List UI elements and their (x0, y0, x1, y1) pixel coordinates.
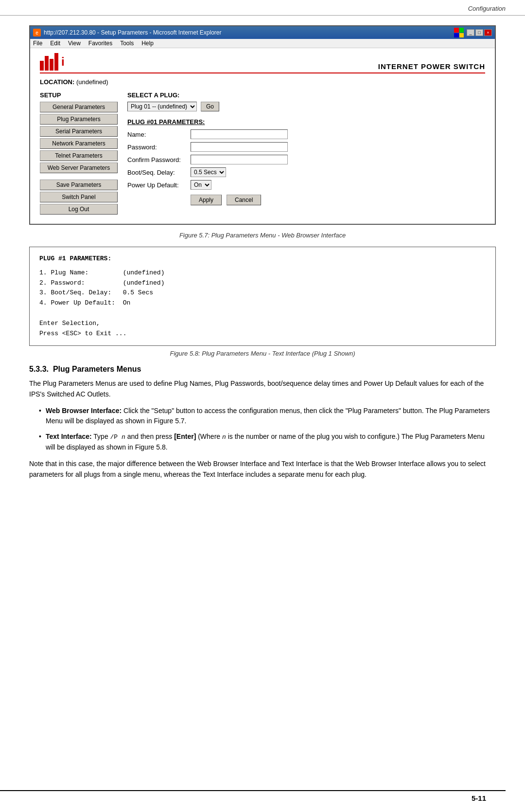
logo-area: i INTERNET POWER SWITCH (40, 53, 485, 73)
sidebar: SETUP General Parameters Plug Parameters… (40, 91, 118, 216)
browser-title: http://207.212.30.80 - Setup Parameters … (44, 29, 222, 36)
bullet-text-text: Type /P n and then press [Enter] (Where … (46, 433, 485, 451)
param-label-boot-delay: Boot/Seq. Delay: (127, 169, 191, 176)
logo-bar-4 (54, 53, 58, 71)
boot-delay-select[interactable]: 0.5 Secs 1 Sec 2 Secs (191, 167, 226, 177)
param-row-password: Password: (127, 142, 485, 152)
minimize-button[interactable]: _ (467, 29, 474, 36)
section-heading: 5.3.3. Plug Parameters Menus (29, 365, 496, 374)
name-input[interactable] (191, 129, 288, 139)
terminal-line-4: 4. Power Up Default: On (39, 298, 486, 308)
bullet-list: Web Browser Interface: Click the "Setup"… (29, 406, 496, 453)
param-row-power-up: Power Up Default: On Off (127, 180, 485, 190)
sidebar-btn-plug[interactable]: Plug Parameters (40, 114, 118, 125)
menu-help[interactable]: Help (141, 40, 154, 47)
sidebar-btn-serial[interactable]: Serial Parameters (40, 126, 118, 137)
setup-label: SETUP (40, 91, 118, 99)
confirm-password-input[interactable] (191, 155, 288, 164)
product-name: INTERNET POWER SWITCH (378, 62, 485, 71)
bullet-item-text: Text Interface: Type /P n and then press… (39, 432, 496, 453)
close-button[interactable]: × (484, 29, 492, 36)
bullet-web-bold: Web Browser Interface: (46, 407, 122, 415)
browser-icon: e (33, 29, 41, 36)
browser-titlebar: e http://207.212.30.80 - Setup Parameter… (30, 26, 495, 39)
sidebar-btn-network[interactable]: Network Parameters (40, 138, 118, 149)
figure1-caption: Figure 5.7: Plug Parameters Menu - Web B… (29, 232, 496, 239)
windows-logo (454, 28, 464, 37)
param-label-password: Password: (127, 144, 191, 151)
location-label: LOCATION: (40, 78, 74, 86)
logo-box: i (40, 53, 64, 71)
browser-controls[interactable]: _ □ × (467, 29, 492, 36)
page-header: Configuration (0, 0, 525, 16)
param-label-power-up: Power Up Default: (127, 181, 191, 189)
location-value: (undefined) (76, 78, 108, 86)
browser-menubar: File Edit View Favorites Tools Help (30, 39, 495, 48)
terminal-lines: 1. Plug Name: (undefined) 2. Password: (… (39, 268, 486, 339)
sidebar-btn-logout[interactable]: Log Out (40, 204, 118, 215)
sidebar-btn-telnet[interactable]: Telnet Parameters (40, 150, 118, 161)
logo-bar-1 (40, 61, 44, 71)
page-number: 5-11 (472, 794, 506, 802)
menu-favorites[interactable]: Favorites (88, 40, 112, 47)
param-row-boot-delay: Boot/Seq. Delay: 0.5 Secs 1 Sec 2 Secs (127, 167, 485, 177)
menu-view[interactable]: View (68, 40, 81, 47)
password-input[interactable] (191, 142, 288, 152)
maximize-button[interactable]: □ (475, 29, 483, 36)
terminal-box: PLUG #1 PARAMETERS: 1. Plug Name: (undef… (29, 247, 496, 346)
param-row-name: Name: (127, 129, 485, 139)
param-label-confirm-password: Confirm Password: (127, 156, 191, 163)
bullet-text-bold: Text Interface: (46, 433, 92, 440)
logo-bar-2 (45, 56, 49, 71)
go-button[interactable]: Go (201, 102, 219, 111)
browser-window: e http://207.212.30.80 - Setup Parameter… (29, 25, 496, 225)
param-label-name: Name: (127, 131, 191, 138)
section-intro: The Plug Parameters Menus are used to de… (29, 379, 496, 399)
terminal-line-5: Enter Selection, (39, 319, 486, 329)
sidebar-btn-general[interactable]: General Parameters (40, 102, 118, 112)
plug-params-label: PLUG #01 PARAMETERS: (127, 118, 485, 126)
sidebar-btn-webserver[interactable]: Web Server Parameters (40, 162, 118, 173)
menu-tools[interactable]: Tools (120, 40, 134, 47)
menu-edit[interactable]: Edit (50, 40, 60, 47)
apply-button[interactable]: Apply (191, 195, 222, 205)
param-row-confirm-password: Confirm Password: (127, 155, 485, 164)
action-row: Apply Cancel (127, 195, 485, 205)
terminal-line-6: Press <ESC> to Exit ... (39, 329, 486, 339)
logo-bars (40, 53, 58, 71)
section-title: Plug Parameters Menus (53, 365, 141, 373)
main-layout: SETUP General Parameters Plug Parameters… (40, 91, 485, 216)
header-title: Configuration (468, 5, 506, 12)
sidebar-btn-save[interactable]: Save Parameters (40, 180, 118, 190)
terminal-line-1: 1. Plug Name: (undefined) (39, 268, 486, 278)
section-note: Note that in this case, the major differ… (29, 459, 496, 480)
menu-file[interactable]: File (33, 40, 42, 47)
logo-letters: i (61, 55, 64, 69)
power-up-select[interactable]: On Off (191, 180, 211, 190)
web-page-content: i INTERNET POWER SWITCH LOCATION: (undef… (30, 48, 495, 224)
terminal-line-2: 2. Password: (undefined) (39, 278, 486, 289)
select-plug-label: SELECT A PLUG: (127, 91, 485, 99)
location-line: LOCATION: (undefined) (40, 78, 485, 86)
terminal-line-3: 3. Boot/Seq. Delay: 0.5 Secs (39, 288, 486, 298)
cancel-button[interactable]: Cancel (227, 195, 261, 205)
page-footer: 5-11 (0, 790, 506, 802)
logo-bar-3 (50, 59, 53, 71)
plug-select[interactable]: Plug 01 -- (undefined) (127, 102, 197, 111)
section-number: 5.3.3. (29, 365, 49, 373)
select-plug-row: Plug 01 -- (undefined) Go (127, 102, 485, 111)
figure2-caption: Figure 5.8: Plug Parameters Menu - Text … (29, 350, 496, 357)
sidebar-btn-switchpanel[interactable]: Switch Panel (40, 192, 118, 202)
bullet-item-web: Web Browser Interface: Click the "Setup"… (39, 406, 496, 427)
main-area: SELECT A PLUG: Plug 01 -- (undefined) Go… (127, 91, 485, 216)
terminal-header: PLUG #1 PARAMETERS: (39, 254, 486, 264)
